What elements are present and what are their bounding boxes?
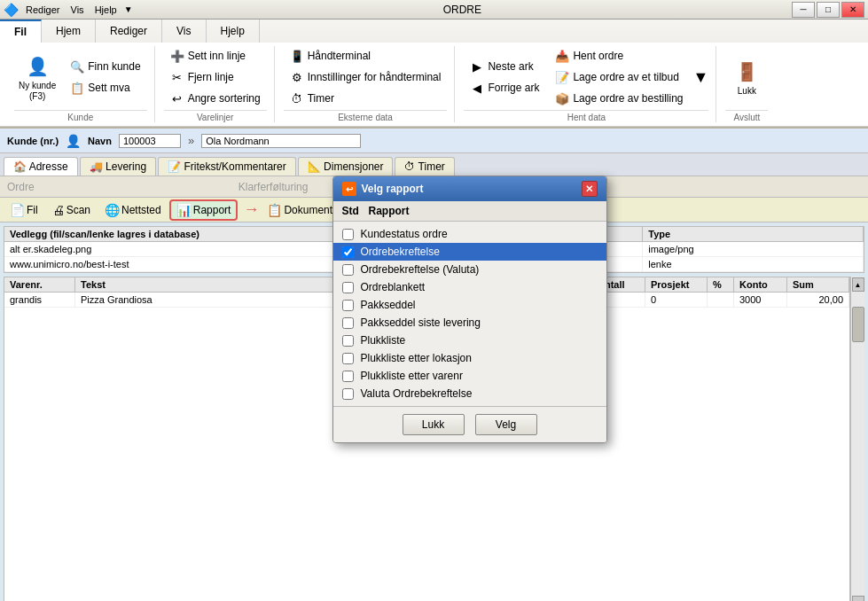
ribbon-group-varelinjer: ➕ Sett inn linje ✂ Fjern linje ↩ Angre s… <box>157 46 275 122</box>
report-check-kundestatus[interactable] <box>342 229 354 240</box>
tab-hjem[interactable]: Hjem <box>42 20 96 43</box>
lage-ordre-bestilling-button[interactable]: 📦 Lage ordre av bestilling <box>549 89 689 108</box>
sett-inn-linje-button[interactable]: ➕ Sett inn linje <box>164 46 267 66</box>
menu-vis[interactable]: Vis <box>67 4 88 15</box>
report-row-ordrebekreftelse[interactable]: Ordrebekreftelse <box>333 243 606 261</box>
fjern-linje-ribbon-button[interactable]: ✂ Fjern linje <box>164 67 267 87</box>
handterminal-button[interactable]: 📱 Håndterminal <box>284 46 448 66</box>
hent-ordre-button[interactable]: 📥 Hent ordre <box>549 46 689 66</box>
tab-fil[interactable]: Fil <box>0 20 42 43</box>
app-icon: 🔷 <box>4 3 19 17</box>
modal-title-bar: ↩ Velg rapport ✕ <box>333 176 606 201</box>
modal-rapport-header: Rapport <box>369 205 598 217</box>
gruppe-eksterne-label: Eksterne data <box>284 110 448 122</box>
forrige-ark-button[interactable]: ◀ Forrige ark <box>464 78 545 98</box>
minimize-button[interactable]: ─ <box>792 2 815 18</box>
gruppe-hent-label: Hent data <box>464 110 708 122</box>
ny-kunde-icon: 👤 <box>23 52 51 81</box>
close-button[interactable]: ✕ <box>841 2 864 18</box>
report-check-valuta-ordrebekreftelse[interactable] <box>342 388 354 400</box>
neste-ark-button[interactable]: ▶ Neste ark <box>464 57 545 76</box>
rapport-button[interactable]: 📊 Rapport <box>169 199 239 221</box>
innstillinger-button[interactable]: ⚙ Innstillinger for håndterminal <box>284 67 448 87</box>
scroll-up-button[interactable]: ▲ <box>852 277 864 292</box>
tab-adresse[interactable]: 🏠 Adresse <box>4 157 78 176</box>
fil-doc-button[interactable]: 📄 Fil <box>4 200 44 220</box>
tab-fritekst[interactable]: 📝 Fritekst/Kommentarer <box>158 157 296 176</box>
report-check-pakkseddel[interactable] <box>342 300 354 311</box>
modal-lukk-button[interactable]: Lukk <box>403 414 465 435</box>
report-row-plukkliste-varenr[interactable]: Plukkliste etter varenr <box>333 367 606 385</box>
tab-dimensjoner[interactable]: 📐 Dimensjoner <box>298 157 394 176</box>
angre-label: Angre sortering <box>188 92 261 105</box>
report-row-pakkseddel-siste[interactable]: Pakkseddel siste levering <box>333 314 606 332</box>
report-check-ordreblankett[interactable] <box>342 282 354 293</box>
lines-scrollbar[interactable]: ▲ ▼ <box>850 277 864 601</box>
modal-close-button[interactable]: ✕ <box>582 181 598 197</box>
menu-hjelp[interactable]: Hjelp <box>91 4 121 15</box>
maximize-button[interactable]: □ <box>817 2 840 18</box>
report-row-valuta-ordrebekreftelse[interactable]: Valuta Ordrebekreftelse <box>333 385 606 402</box>
lage-ordre-bestilling-icon: 📦 <box>555 91 569 105</box>
ny-kunde-button[interactable]: 👤 Ny kunde(F3) <box>14 50 60 105</box>
tab-hjelp[interactable]: Hjelp <box>207 20 260 43</box>
angre-icon: ↩ <box>170 91 184 105</box>
ribbon-group-kunde-items: 👤 Ny kunde(F3) 🔍 Finn kunde 📋 Sett mva <box>14 46 147 108</box>
rapport-arrow: → <box>243 200 259 219</box>
report-row-pakkseddel[interactable]: Pakkseddel <box>333 296 606 314</box>
col-varenr: Varenr. <box>4 277 75 292</box>
rapport-label: Rapport <box>193 204 231 216</box>
ordre-tab-placeholder: Ordre Klarferfølturing <box>7 181 308 193</box>
lukk-button[interactable]: 🚪 Lukk <box>725 55 768 99</box>
tab-timer[interactable]: ⏱ Timer <box>395 157 454 176</box>
finn-kunde-icon: 🔍 <box>70 59 84 74</box>
report-check-pakkseddel-siste[interactable] <box>342 317 354 329</box>
report-check-plukkliste[interactable] <box>342 335 354 347</box>
customer-number-input[interactable] <box>119 134 181 148</box>
timer-button[interactable]: ⏱ Timer <box>284 89 448 108</box>
lage-ordre-tilbud-button[interactable]: 📝 Lage ordre av et tilbud <box>549 67 689 87</box>
hent-data-dropdown-icon[interactable]: ▼ <box>693 68 709 87</box>
ribbon-group-eksterne: 📱 Håndterminal ⚙ Innstillinger for håndt… <box>277 46 456 122</box>
scan-button[interactable]: 🖨 Scan <box>46 200 97 220</box>
timer-label: Timer <box>308 92 334 105</box>
report-row-ordreblankett[interactable]: Ordreblankett <box>333 278 606 296</box>
menu-rediger[interactable]: Rediger <box>22 4 64 15</box>
customer-bar: Kunde (nr.) 👤 Navn » <box>0 129 868 153</box>
scroll-thumb[interactable] <box>852 307 864 342</box>
tab-levering[interactable]: 🚚 Levering <box>80 157 156 176</box>
report-check-ordrebekreftelse-valuta[interactable] <box>342 264 354 276</box>
ribbon: Fil Hjem Rediger Vis Hjelp 👤 Ny kunde(F3… <box>0 20 868 129</box>
finn-kunde-button[interactable]: 🔍 Finn kunde <box>64 57 146 76</box>
fil-doc-icon: 📄 <box>10 203 25 217</box>
scroll-down-button[interactable]: ▼ <box>852 596 864 601</box>
report-check-plukkliste-varenr[interactable] <box>342 371 354 382</box>
dokument-button[interactable]: 📋 Dokument <box>261 200 339 220</box>
nettsted-button[interactable]: 🌐 Nettsted <box>98 200 168 220</box>
modal-velg-button[interactable]: Velg <box>475 414 537 435</box>
varelinjer-buttons: ➕ Sett inn linje ✂ Fjern linje ↩ Angre s… <box>164 46 267 108</box>
report-row-plukkliste-lokasjon[interactable]: Plukkliste etter lokasjon <box>333 349 606 367</box>
neste-ark-icon: ▶ <box>470 59 484 74</box>
fil-doc-label: Fil <box>27 204 38 216</box>
modal-std-header: Std <box>342 205 369 217</box>
report-row-plukkliste[interactable]: Plukkliste <box>333 332 606 349</box>
report-check-plukkliste-lokasjon[interactable] <box>342 353 354 364</box>
modal-title-text: Velg rapport <box>362 183 424 195</box>
report-label-ordrebekreftelse: Ordrebekreftelse <box>361 246 440 258</box>
tab-rediger[interactable]: Rediger <box>96 20 162 43</box>
tab-vis[interactable]: Vis <box>162 20 206 43</box>
customer-name-input[interactable] <box>201 134 361 148</box>
angre-sortering-button[interactable]: ↩ Angre sortering <box>164 89 267 108</box>
gruppe-varelinjer-label: Varelinjer <box>164 110 267 122</box>
sett-mva-button[interactable]: 📋 Sett mva <box>64 78 146 98</box>
ribbon-group-avslutt: 🚪 Lukk Avslutt <box>718 46 775 122</box>
col-prosjekt: Prosjekt <box>645 277 708 292</box>
dropdown-arrow[interactable]: ▼ <box>124 4 133 14</box>
report-row-ordrebekreftelse-valuta[interactable]: Ordrebekreftelse (Valuta) <box>333 261 606 278</box>
attach-col-type: Type <box>643 227 864 241</box>
report-row-kundestatus[interactable]: Kundestatus ordre <box>333 225 606 243</box>
report-check-ordrebekreftelse[interactable] <box>342 246 354 258</box>
ribbon-group-hent: ▶ Neste ark ◀ Forrige ark 📥 Hent ordre 📝 <box>457 46 716 122</box>
ribbon-group-kunde: 👤 Ny kunde(F3) 🔍 Finn kunde 📋 Sett mva K… <box>7 46 155 122</box>
